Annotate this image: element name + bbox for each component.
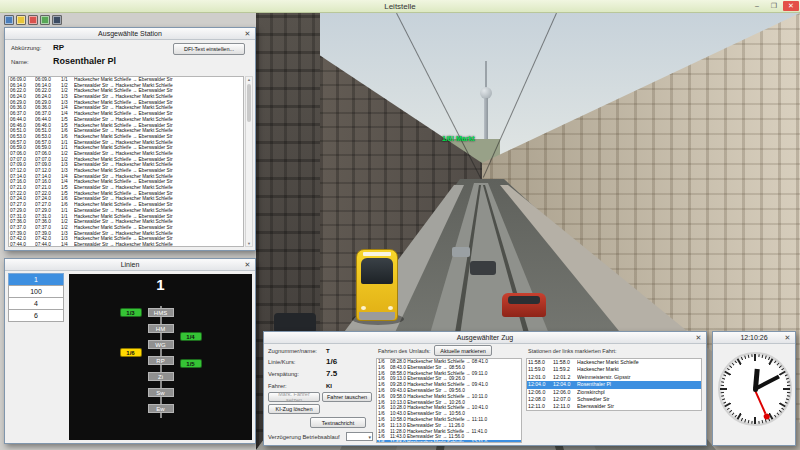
trip-station-row[interactable]: 12:11.012:11.0Eberswalder Str <box>527 403 701 410</box>
stations-header: Stationen der links markierten Fahrt: <box>528 348 617 354</box>
stop-HM[interactable]: HM <box>148 324 174 333</box>
abbr-value: RP <box>53 43 64 52</box>
arrive-actual: 12:04.0 <box>552 381 577 388</box>
lines-window-icon[interactable] <box>16 15 26 25</box>
stop-HMS[interactable]: HMS <box>148 308 174 317</box>
arrive-actual: 11:59.2 <box>552 366 577 373</box>
stop-RP[interactable]: RP <box>148 356 174 365</box>
depart-planned: 07:44.0 <box>9 242 35 247</box>
leitstelle-app: Leitstelle – ❐ ✕ 1/6! Markt <box>0 0 800 450</box>
arrive-actual: 12:01.2 <box>552 374 577 381</box>
scroll-down-icon[interactable]: ▼ <box>246 241 252 246</box>
clock-center-cap <box>753 387 758 392</box>
arrive-actual: 12:06.0 <box>552 389 577 396</box>
train-number-label: Zugnummer/name: <box>268 348 317 354</box>
arrive-planned: 12:11.0 <box>527 403 552 410</box>
lines-window-title: Linien <box>121 261 140 268</box>
swap-driver-button[interactable]: Fahrer tauschen <box>322 392 372 402</box>
line-number: 1 <box>69 276 252 293</box>
station-window-titlebar[interactable]: Ausgewählte Station ✕ <box>5 28 255 40</box>
map-window-icon[interactable] <box>40 15 50 25</box>
train-close-icon[interactable]: ✕ <box>692 333 705 342</box>
lines-close-icon[interactable]: ✕ <box>241 260 254 269</box>
driver-value: KI <box>326 383 332 389</box>
dfi-text-button[interactable]: DFI-Text einstellen... <box>173 43 245 55</box>
line-diagram: 1 HMSHMWGRPZiSwEw1/31/41/61/5 <box>69 274 252 440</box>
stop-Ew[interactable]: Ew <box>148 404 174 413</box>
scrollbar-thumb[interactable] <box>247 84 251 122</box>
station-scrollbar[interactable]: ▲ ▼ <box>245 76 253 247</box>
trip-station-row[interactable]: 12:01.012:01.2Weinmeisterstr. Gipsstr <box>527 374 701 381</box>
stop-Sw[interactable]: Sw <box>148 388 174 397</box>
red-car <box>502 293 546 317</box>
tram-vehicle[interactable] <box>356 249 398 321</box>
delay-value: 7.5 <box>326 369 337 378</box>
scroll-up-icon[interactable]: ▲ <box>246 77 252 82</box>
station-name: Hackescher Markt Schleife <box>577 359 701 366</box>
station-name: Hackescher Markt <box>577 366 701 373</box>
delay-field-label: Verspätung: <box>268 371 299 377</box>
operations-delay-dropdown[interactable]: ▾ <box>346 432 373 441</box>
depart-actual: 07:44.0 <box>35 242 61 247</box>
station-close-icon[interactable]: ✕ <box>241 29 254 38</box>
trip-stations-list[interactable]: 11:58.011:58.0Hackescher Markt Schleife1… <box>526 358 702 411</box>
trip-station-row[interactable]: 12:08.012:07.0Schwedter Str <box>527 396 701 403</box>
train-window-title: Ausgewählter Zug <box>457 334 513 341</box>
station-name: Rosenthaler Pl <box>53 56 116 66</box>
train-badge-1-5[interactable]: 1/5 <box>180 359 202 368</box>
lines-window-titlebar[interactable]: Linien ✕ <box>5 259 255 271</box>
name-label: Name: <box>11 59 29 65</box>
clock-time-text: 12:10:26 <box>740 334 767 341</box>
station-name: Zionskirchpl <box>577 389 701 396</box>
trip-kurs: 1/6 <box>377 440 390 443</box>
operations-delay-label: Verzögerung Betriebsablauf <box>268 434 340 440</box>
destination: Eberswalder Str → Hackescher Markt Schle… <box>74 242 243 247</box>
settings-icon[interactable] <box>52 15 62 25</box>
trip-text: 11:58.0 Hackescher Markt Schleife → 12:1… <box>390 440 521 443</box>
train-window-icon[interactable] <box>28 15 38 25</box>
arrive-planned: 11:58.0 <box>527 359 552 366</box>
minimize-icon[interactable]: – <box>749 1 765 11</box>
app-titlebar[interactable]: Leitstelle – ❐ ✕ <box>0 0 800 13</box>
set-marked-driver-button[interactable]: Mark. Fahrer setzen <box>268 392 320 402</box>
app-title: Leitstelle <box>384 2 416 11</box>
abbr-label: Abkürzung: <box>11 45 41 51</box>
trips-list[interactable]: 1/608:28.0 Hackescher Markt Schleife → 0… <box>376 358 522 443</box>
maximize-icon[interactable]: ❐ <box>766 1 782 11</box>
driver-label: Fahrer: <box>268 383 287 389</box>
station-window-title: Ausgewählte Station <box>98 30 162 37</box>
arrive-planned: 12:08.0 <box>527 396 552 403</box>
trip-row[interactable]: 1/611:58.0 Hackescher Markt Schleife → 1… <box>377 440 521 443</box>
arrive-planned: 11:59.0 <box>527 366 552 373</box>
train-badge-1-6[interactable]: 1/6 <box>120 348 142 357</box>
trip-station-row[interactable]: 11:59.011:59.2Hackescher Markt <box>527 366 701 373</box>
stop-WG[interactable]: WG <box>148 340 174 349</box>
train-number-value: T <box>326 348 330 354</box>
close-icon[interactable]: ✕ <box>783 1 799 11</box>
clock-close-icon[interactable]: ✕ <box>781 333 794 342</box>
arrive-planned: 12:04.0 <box>527 381 552 388</box>
mark-current-button[interactable]: Aktuelle markieren <box>434 345 492 356</box>
train-3d-label[interactable]: 1/6! Markt <box>442 135 475 142</box>
stop-Zi[interactable]: Zi <box>148 372 174 381</box>
timetable-row[interactable]: 07:44.007:44.01/4Eberswalder Str → Hacke… <box>9 242 243 247</box>
station-name: Weinmeisterstr. Gipsstr <box>577 374 701 381</box>
lines-window: Linien ✕ 110046 1 HMSHMWGRPZiSwEw1/31/41… <box>4 258 256 444</box>
line-item-6[interactable]: 6 <box>8 309 64 322</box>
train-badge-1-4[interactable]: 1/4 <box>180 332 202 341</box>
station-window-icon[interactable] <box>4 15 14 25</box>
train-window-titlebar[interactable]: Ausgewählter Zug ✕ <box>264 332 706 344</box>
clock-window-titlebar[interactable]: 12:10:26 ✕ <box>713 332 795 344</box>
clock-face <box>718 352 792 426</box>
station-name: Eberswalder Str <box>577 403 701 410</box>
station-timetable[interactable]: 06:09.006:09.01/1Hackescher Markt Schlei… <box>8 76 244 247</box>
train-badge-1-3[interactable]: 1/3 <box>120 308 142 317</box>
trip-station-row[interactable]: 12:06.012:06.0Zionskirchpl <box>527 389 701 396</box>
trip-station-row[interactable]: 12:04.012:04.0Rosenthaler Pl <box>527 381 701 388</box>
delete-ai-train-button[interactable]: KI-Zug löschen <box>268 404 320 414</box>
text-message-button[interactable]: Textnachricht <box>310 417 366 428</box>
lines-list: 110046 <box>8 274 64 322</box>
parked-car <box>452 247 470 257</box>
toolbar <box>4 15 62 25</box>
trip-station-row[interactable]: 11:58.011:58.0Hackescher Markt Schleife <box>527 359 701 366</box>
